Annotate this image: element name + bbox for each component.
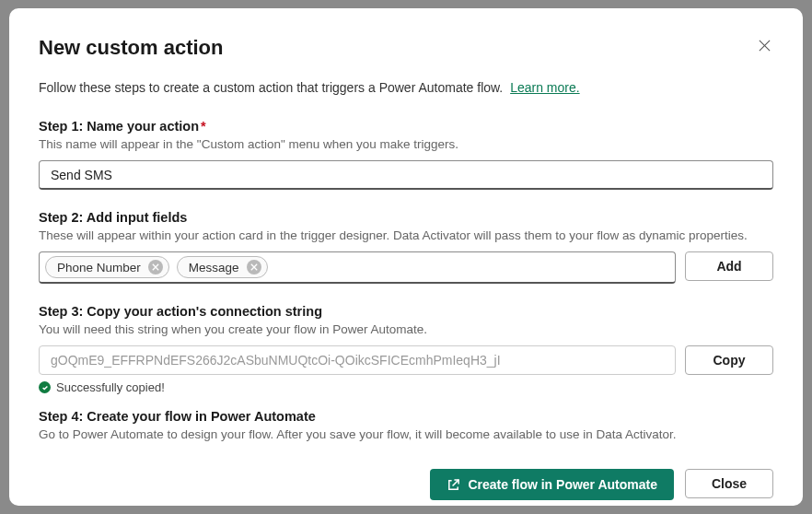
close-button[interactable]: Close (685, 469, 773, 498)
step-2-block: Step 2: Add input fields These will appe… (39, 210, 773, 284)
create-flow-button[interactable]: Create flow in Power Automate (430, 469, 674, 500)
dialog-header: New custom action (39, 36, 773, 60)
action-name-input[interactable] (39, 160, 773, 190)
tag-message: Message (177, 256, 268, 278)
step-4-title: Step 4: Create your flow in Power Automa… (39, 409, 773, 424)
copy-success-message: Successfully copied! (39, 380, 773, 394)
step-1-title: Step 1: Name your action* (39, 119, 773, 134)
dialog-title: New custom action (39, 36, 223, 60)
step-2-title: Step 2: Add input fields (39, 210, 773, 225)
step-3-block: Step 3: Copy your action's connection st… (39, 304, 773, 394)
required-indicator: * (201, 119, 206, 134)
connection-string-field[interactable]: gOQmE9_EFFRPNdEFS266J2cASbuNMUQtcOi-QOik… (39, 345, 676, 375)
dialog-intro: Follow these steps to create a custom ac… (39, 80, 773, 95)
check-circle-icon (39, 381, 51, 393)
new-custom-action-dialog: New custom action Follow these steps to … (9, 8, 803, 506)
learn-more-link[interactable]: Learn more. (510, 80, 579, 95)
remove-tag-icon[interactable] (247, 260, 261, 275)
tag-label: Phone Number (57, 261, 141, 275)
success-text: Successfully copied! (56, 380, 165, 394)
tag-label: Message (189, 261, 239, 275)
step-3-title: Step 3: Copy your action's connection st… (39, 304, 773, 319)
dialog-footer: Create flow in Power Automate Close (39, 469, 773, 500)
step-4-desc: Go to Power Automate to design your flow… (39, 427, 773, 441)
step-1-block: Step 1: Name your action* This name will… (39, 119, 773, 190)
close-icon[interactable] (755, 36, 773, 54)
create-flow-label: Create flow in Power Automate (468, 477, 657, 492)
tag-phone-number: Phone Number (45, 256, 169, 278)
input-fields-tags[interactable]: Phone Number Message (39, 251, 676, 284)
copy-button[interactable]: Copy (685, 345, 773, 375)
step-3-desc: You will need this string when you creat… (39, 322, 773, 336)
remove-tag-icon[interactable] (148, 260, 163, 275)
step-4-block: Step 4: Create your flow in Power Automa… (39, 409, 773, 450)
step-1-desc: This name will appear in the "Custom act… (39, 137, 773, 151)
svg-line-6 (453, 479, 459, 485)
add-input-field-button[interactable]: Add (685, 251, 773, 281)
open-external-icon (447, 478, 460, 492)
intro-text: Follow these steps to create a custom ac… (39, 80, 503, 95)
step-2-desc: These will appear within your action car… (39, 228, 773, 242)
